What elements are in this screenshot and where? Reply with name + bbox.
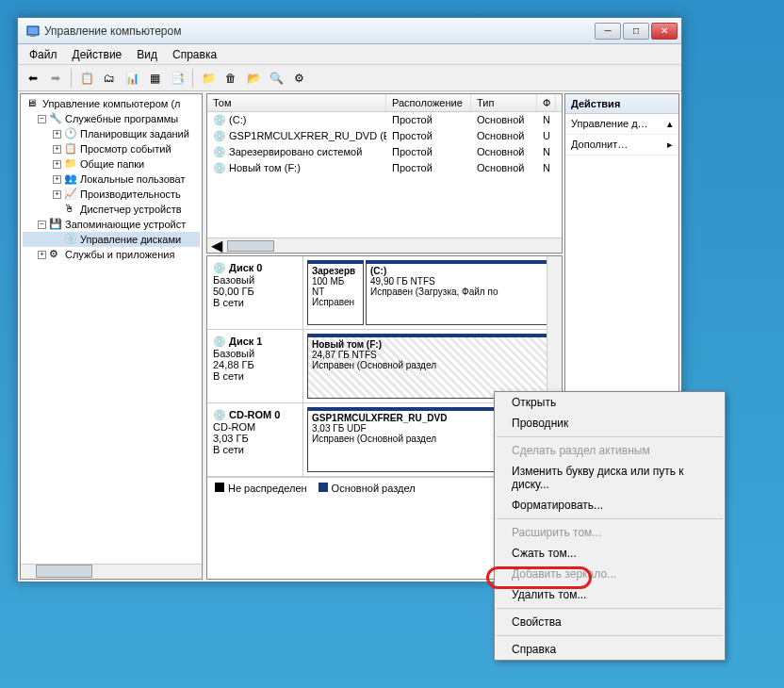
tree-perf[interactable]: +📈Производительность [23, 187, 200, 202]
tool-1[interactable]: 📋 [77, 69, 96, 88]
maximize-button[interactable]: □ [623, 23, 649, 40]
disk0-part-reserved[interactable]: Зарезерв100 МБ NTИсправен [307, 260, 364, 325]
tool-5[interactable]: 📑 [168, 69, 187, 88]
tree-storage[interactable]: −💾Запоминающие устройст [23, 217, 200, 232]
disk-1-label[interactable]: 💿 Диск 1 Базовый24,88 ГБВ сети [207, 330, 303, 402]
menu-file[interactable]: Файл [22, 46, 65, 63]
tree-users[interactable]: +👥Локальные пользоват [23, 172, 200, 187]
disk0-part-c[interactable]: (C:)49,90 ГБ NTFSИсправен (Загрузка, Фай… [366, 260, 558, 325]
tool-9[interactable]: 🔍 [267, 69, 286, 88]
ctx-active: Сделать раздел активным [495, 440, 725, 461]
svg-rect-1 [30, 35, 36, 37]
ctx-shrink[interactable]: Сжать том... [495, 543, 725, 564]
table-hscroll[interactable]: ◀ [207, 238, 562, 253]
th-layout[interactable]: Расположение [386, 94, 471, 111]
ctx-extend: Расширить том... [495, 522, 725, 543]
action-diskmgmt[interactable]: Управление д…▴ [565, 114, 678, 135]
tool-2[interactable]: 🗂 [100, 69, 119, 88]
context-menu: Открыть Проводник Сделать раздел активны… [494, 391, 726, 661]
ctx-mirror: Добавить зеркало... [495, 564, 725, 584]
tool-3[interactable]: 📊 [122, 69, 141, 88]
ctx-help[interactable]: Справка [495, 639, 725, 660]
action-more[interactable]: Дополнит…▸ [565, 135, 678, 156]
tool-6[interactable]: 📁 [199, 69, 218, 88]
minimize-button[interactable]: ─ [595, 23, 621, 40]
chevron-up-icon: ▴ [667, 118, 673, 130]
table-row[interactable]: 💿 GSP1RMCULXFRER_RU_DVD (E:)ПростойОснов… [207, 128, 562, 144]
th-volume[interactable]: Том [207, 94, 386, 111]
close-button[interactable]: ✕ [651, 23, 678, 40]
ctx-format[interactable]: Форматировать... [495, 495, 725, 516]
cdrom-label[interactable]: 💿 CD-ROM 0 CD-ROM3,03 ГБВ сети [207, 403, 303, 476]
disk-0-label[interactable]: 💿 Диск 0 Базовый50,00 ГБВ сети [207, 256, 303, 329]
th-fs[interactable]: Ф [537, 94, 556, 111]
window-title: Управление компьютером [44, 25, 595, 38]
menu-help[interactable]: Справка [165, 46, 224, 63]
menu-view[interactable]: Вид [129, 46, 165, 63]
chevron-right-icon: ▸ [667, 139, 673, 151]
tree-diskmgmt[interactable]: 💿Управление дисками [23, 232, 200, 247]
svg-rect-0 [27, 26, 39, 35]
tree-devmgr[interactable]: 🖱Диспетчер устройств [23, 202, 200, 217]
table-row[interactable]: 💿 Зарезервировано системойПростойОсновно… [207, 144, 562, 160]
tree-services[interactable]: +⚙Службы и приложения [23, 247, 200, 262]
toolbar: ⬅ ➡ 📋 🗂 📊 ▦ 📑 📁 🗑 📂 🔍 ⚙ [18, 65, 681, 91]
table-header: Том Расположение Тип Ф [207, 94, 562, 112]
tree-shared[interactable]: +📁Общие папки [23, 156, 200, 172]
ctx-explorer[interactable]: Проводник [495, 413, 725, 434]
ctx-props[interactable]: Свойства [495, 612, 725, 632]
th-type[interactable]: Тип [471, 94, 537, 111]
ctx-delete[interactable]: Удалить том... [495, 584, 725, 605]
tree-panel: 🖥Управление компьютером (л −🔧Служебные п… [20, 93, 203, 580]
tool-8[interactable]: 📂 [244, 69, 263, 88]
tool-4[interactable]: ▦ [145, 69, 164, 88]
tree-systools[interactable]: −🔧Служебные программы [23, 111, 200, 126]
titlebar[interactable]: Управление компьютером ─ □ ✕ [18, 18, 681, 44]
tree-scheduler[interactable]: +🕐Планировщик заданий [23, 126, 200, 141]
tool-10[interactable]: ⚙ [289, 69, 308, 88]
menu-action[interactable]: Действие [65, 46, 130, 63]
tree-events[interactable]: +📋Просмотр событий [23, 141, 200, 156]
disk-0-row: 💿 Диск 0 Базовый50,00 ГБВ сети Зарезерв1… [207, 256, 562, 330]
tree-hscroll[interactable] [21, 564, 202, 579]
table-row[interactable]: 💿 (C:)ПростойОсновнойN [207, 112, 562, 128]
ctx-open[interactable]: Открыть [495, 392, 725, 413]
app-icon [25, 24, 41, 39]
tree-root[interactable]: 🖥Управление компьютером (л [23, 96, 200, 111]
actions-title: Действия [565, 94, 678, 114]
ctx-letter[interactable]: Изменить букву диска или путь к диску... [495, 461, 725, 495]
window-controls: ─ □ ✕ [595, 23, 678, 40]
table-row[interactable]: 💿 Новый том (F:)ПростойОсновнойN [207, 160, 562, 176]
forward-button[interactable]: ➡ [46, 69, 65, 88]
disk1-part-f[interactable]: Новый том (F:)24,87 ГБ NTFSИсправен (Осн… [307, 334, 558, 399]
tool-7[interactable]: 🗑 [221, 69, 240, 88]
menubar: Файл Действие Вид Справка [18, 44, 681, 65]
volume-table: Том Расположение Тип Ф 💿 (C:)ПростойОсно… [206, 93, 563, 254]
back-button[interactable]: ⬅ [24, 69, 42, 88]
